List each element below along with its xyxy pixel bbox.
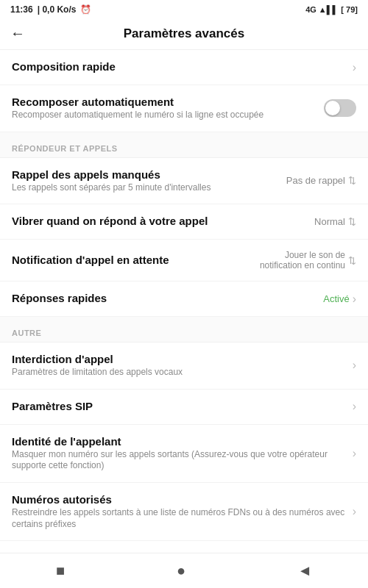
setting-right: › (353, 505, 356, 518)
setting-rappel-manques[interactable]: Rappel des appels manqués Les rappels so… (0, 158, 368, 205)
setting-composition-rapide[interactable]: Composition rapide › (0, 50, 368, 85)
setting-desc: Masquer mon numéro sur les appels sortan… (12, 449, 345, 472)
page-title: Paramètres avancés (37, 26, 331, 41)
status-alarm: ⏰ (80, 4, 91, 15)
section-repondeur: RÉPONDEUR ET APPELS Rappel des appels ma… (0, 132, 368, 318)
setting-title: Rappel des appels manqués (12, 168, 279, 181)
setting-title: Recomposer automatiquement (12, 96, 316, 108)
status-time: 11:36 (10, 4, 33, 15)
setting-vibrer-appel[interactable]: Vibrer quand on répond à votre appel Nor… (0, 204, 368, 240)
status-bar: 11:36 | 0,0 Ko/s ⏰ 4G ▲▌▌ [ 79] (0, 0, 368, 18)
setting-desc: Paramètres de limitation des appels voca… (12, 367, 345, 379)
setting-numeros-autorises[interactable]: Numéros autorisés Restreindre les appels… (0, 483, 368, 541)
setting-desc: Restreindre les appels sortants à une li… (12, 507, 345, 530)
settings-content: Composition rapide › Recomposer automati… (0, 50, 368, 576)
setting-value: Normal (314, 216, 345, 227)
setting-right (324, 99, 356, 117)
status-battery: [ 79] (341, 5, 358, 14)
setting-title: Interdiction d'appel (12, 353, 345, 365)
up-down-icon: ⇅ (348, 217, 356, 226)
setting-reponses-rapides[interactable]: Réponses rapides Activé › (0, 282, 368, 317)
chevron-icon: › (353, 447, 356, 460)
setting-recomposer-auto[interactable]: Recomposer automatiquement Recomposer au… (0, 85, 368, 132)
setting-title: Numéros autorisés (12, 493, 345, 506)
nav-back-button[interactable]: ◄ (297, 562, 312, 579)
setting-title: Réponses rapides (12, 292, 316, 304)
status-right: 4G ▲▌▌ [ 79] (305, 5, 358, 14)
setting-right: Normal ⇅ (314, 216, 356, 227)
nav-home-button[interactable]: ● (177, 562, 185, 579)
setting-parametres-sip[interactable]: Paramètres SIP › (0, 390, 368, 425)
setting-value-multiline: Jouer le son denotification en continu (260, 250, 345, 270)
setting-title: Paramètres SIP (12, 400, 345, 412)
setting-value: Activé (323, 293, 349, 304)
toggle-recomposer[interactable] (324, 99, 356, 117)
section-general: Composition rapide › Recomposer automati… (0, 50, 368, 132)
status-network: | 0,0 Ko/s (38, 4, 77, 15)
setting-right: › (353, 447, 356, 460)
status-left: 11:36 | 0,0 Ko/s ⏰ (10, 4, 91, 15)
setting-right: Activé › (323, 293, 356, 306)
nav-bar: ■ ● ◄ (0, 553, 368, 588)
setting-notification-attente[interactable]: Notification d'appel en attente Jouer le… (0, 240, 368, 282)
chevron-icon: › (353, 505, 356, 518)
up-down-icon: ⇅ (348, 176, 356, 185)
section-label-autre: AUTRE (0, 317, 368, 343)
setting-interdiction-appel[interactable]: Interdiction d'appel Paramètres de limit… (0, 343, 368, 390)
chevron-icon: › (353, 293, 356, 306)
back-button[interactable]: ← (10, 25, 25, 42)
setting-right: › (353, 61, 356, 74)
setting-right: › (353, 359, 356, 372)
setting-right: Jouer le son denotification en continu ⇅ (260, 250, 356, 270)
chevron-icon: › (353, 359, 356, 372)
nav-square-button[interactable]: ■ (56, 562, 65, 579)
setting-identite-appelant[interactable]: Identité de l'appelant Masquer mon numér… (0, 425, 368, 483)
app-header: ← Paramètres avancés (0, 18, 368, 50)
setting-title: Vibrer quand on répond à votre appel (12, 215, 307, 227)
chevron-icon: › (353, 61, 356, 74)
section-label-repondeur: RÉPONDEUR ET APPELS (0, 132, 368, 158)
setting-value: Pas de rappel (286, 175, 345, 186)
section-autre: AUTRE Interdiction d'appel Paramètres de… (0, 317, 368, 576)
status-signal: 4G ▲▌▌ (305, 5, 338, 14)
setting-right: › (353, 400, 356, 413)
chevron-icon: › (353, 400, 356, 413)
setting-desc: Les rappels sont séparés par 5 minute d'… (12, 182, 279, 194)
setting-title: Composition rapide (12, 60, 345, 73)
setting-title: Identité de l'appelant (12, 435, 345, 448)
up-down-icon: ⇅ (348, 256, 356, 265)
setting-title: Notification d'appel en attente (12, 254, 252, 266)
setting-desc: Recomposer automatiquement le numéro si … (12, 110, 316, 121)
setting-right: Pas de rappel ⇅ (286, 175, 356, 186)
